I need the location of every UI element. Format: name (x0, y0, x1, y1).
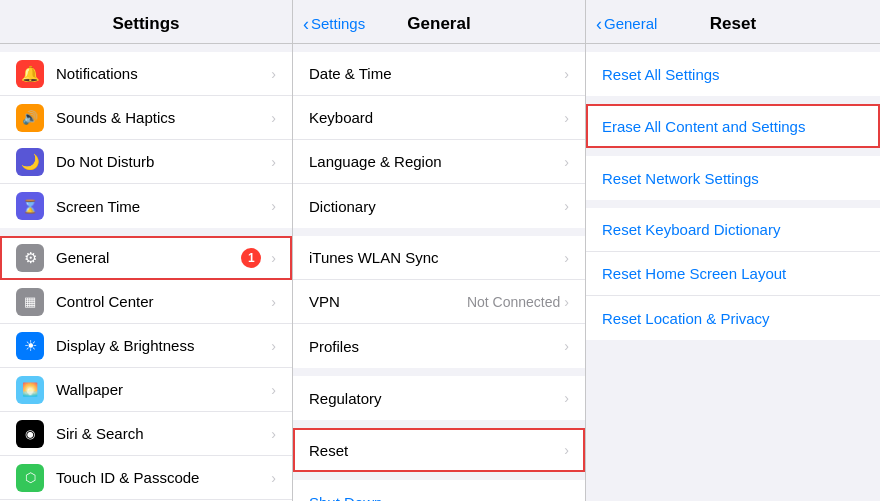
regulatory-label: Regulatory (309, 390, 564, 407)
reset-label: Reset (309, 442, 564, 459)
display-label: Display & Brightness (56, 337, 267, 354)
mid-item-regulatory[interactable]: Regulatory › (293, 376, 585, 420)
mid-back-button[interactable]: ‹ Settings (303, 15, 365, 33)
sidebar-item-dnd[interactable]: 🌙 Do Not Disturb › (0, 140, 292, 184)
chevron-right-icon: › (271, 426, 276, 442)
mid-item-datetime[interactable]: Date & Time › (293, 52, 585, 96)
right-content: Reset All Settings Erase All Content and… (586, 44, 880, 501)
mid-title: General (407, 14, 470, 34)
mid-group-1: Date & Time › Keyboard › Language & Regi… (293, 52, 585, 228)
general-icon: ⚙ (16, 244, 44, 272)
reset-network-settings[interactable]: Reset Network Settings (586, 156, 880, 200)
chevron-right-icon: › (271, 382, 276, 398)
right-group-2: Erase All Content and Settings (586, 104, 880, 148)
mid-item-language[interactable]: Language & Region › (293, 140, 585, 184)
erase-all-label: Erase All Content and Settings (602, 118, 805, 135)
sidebar-item-touchid[interactable]: ⬡ Touch ID & Passcode › (0, 456, 292, 500)
sidebar-item-screentime[interactable]: ⌛ Screen Time › (0, 184, 292, 228)
reset-home-screen[interactable]: Reset Home Screen Layout (586, 252, 880, 296)
chevron-right-icon: › (564, 294, 569, 310)
itunes-label: iTunes WLAN Sync (309, 249, 564, 266)
touchid-icon: ⬡ (16, 464, 44, 492)
right-title: Reset (710, 14, 756, 34)
mid-item-profiles[interactable]: Profiles › (293, 324, 585, 368)
sidebar-item-display[interactable]: ☀ Display & Brightness › (0, 324, 292, 368)
chevron-left-icon: ‹ (596, 15, 602, 33)
mid-column: ‹ Settings General Date & Time › Keyboar… (293, 0, 586, 501)
screentime-label: Screen Time (56, 198, 267, 215)
mid-shutdown-group: Shut Down (293, 480, 585, 501)
vpn-label: VPN (309, 293, 467, 310)
controlcenter-label: Control Center (56, 293, 267, 310)
reset-location-privacy[interactable]: Reset Location & Privacy (586, 296, 880, 340)
sidebar-item-general[interactable]: ⚙ General 1 › (0, 236, 292, 280)
display-icon: ☀ (16, 332, 44, 360)
reset-all-label: Reset All Settings (602, 66, 720, 83)
chevron-right-icon: › (564, 110, 569, 126)
screentime-icon: ⌛ (16, 192, 44, 220)
chevron-right-icon: › (271, 154, 276, 170)
chevron-right-icon: › (564, 250, 569, 266)
general-badge: 1 (241, 248, 261, 268)
vpn-value: Not Connected (467, 294, 560, 310)
language-label: Language & Region (309, 153, 564, 170)
wallpaper-label: Wallpaper (56, 381, 267, 398)
dnd-icon: 🌙 (16, 148, 44, 176)
right-back-button[interactable]: ‹ General (596, 15, 657, 33)
right-group-4: Reset Keyboard Dictionary Reset Home Scr… (586, 208, 880, 340)
chevron-right-icon: › (271, 294, 276, 310)
left-header: Settings (0, 0, 292, 44)
mid-group-2: iTunes WLAN Sync › VPN Not Connected › P… (293, 236, 585, 368)
reset-home-label: Reset Home Screen Layout (602, 265, 786, 282)
chevron-right-icon: › (271, 66, 276, 82)
sidebar-item-controlcenter[interactable]: ▦ Control Center › (0, 280, 292, 324)
reset-all-settings[interactable]: Reset All Settings (586, 52, 880, 96)
sidebar-item-sounds[interactable]: 🔊 Sounds & Haptics › (0, 96, 292, 140)
chevron-right-icon: › (271, 110, 276, 126)
chevron-left-icon: ‹ (303, 15, 309, 33)
chevron-right-icon: › (271, 250, 276, 266)
sidebar-item-notifications[interactable]: 🔔 Notifications › (0, 52, 292, 96)
dictionary-label: Dictionary (309, 198, 564, 215)
mid-item-itunes[interactable]: iTunes WLAN Sync › (293, 236, 585, 280)
shutdown-label: Shut Down (309, 494, 382, 502)
notifications-icon: 🔔 (16, 60, 44, 88)
dnd-label: Do Not Disturb (56, 153, 267, 170)
right-column: ‹ General Reset Reset All Settings Erase… (586, 0, 880, 501)
left-title: Settings (112, 14, 179, 34)
reset-network-label: Reset Network Settings (602, 170, 759, 187)
chevron-right-icon: › (564, 338, 569, 354)
chevron-right-icon: › (564, 198, 569, 214)
right-group-3: Reset Network Settings (586, 156, 880, 200)
profiles-label: Profiles (309, 338, 564, 355)
reset-keyboard-dictionary[interactable]: Reset Keyboard Dictionary (586, 208, 880, 252)
mid-content: Date & Time › Keyboard › Language & Regi… (293, 44, 585, 501)
left-content: 🔔 Notifications › 🔊 Sounds & Haptics › 🌙… (0, 44, 292, 501)
sounds-label: Sounds & Haptics (56, 109, 267, 126)
left-column: Settings 🔔 Notifications › 🔊 Sounds & Ha… (0, 0, 293, 501)
mid-item-vpn[interactable]: VPN Not Connected › (293, 280, 585, 324)
mid-item-dictionary[interactable]: Dictionary › (293, 184, 585, 228)
touchid-label: Touch ID & Passcode (56, 469, 267, 486)
keyboard-label: Keyboard (309, 109, 564, 126)
chevron-right-icon: › (271, 338, 276, 354)
wallpaper-icon: 🌅 (16, 376, 44, 404)
erase-all-content[interactable]: Erase All Content and Settings (586, 104, 880, 148)
left-group-2: ⚙ General 1 › ▦ Control Center › ☀ Displ… (0, 236, 292, 501)
mid-item-keyboard[interactable]: Keyboard › (293, 96, 585, 140)
siri-label: Siri & Search (56, 425, 267, 442)
right-back-label: General (604, 15, 657, 32)
mid-item-reset[interactable]: Reset › (293, 428, 585, 472)
controlcenter-icon: ▦ (16, 288, 44, 316)
chevron-right-icon: › (271, 470, 276, 486)
left-group-1: 🔔 Notifications › 🔊 Sounds & Haptics › 🌙… (0, 52, 292, 228)
mid-item-shutdown[interactable]: Shut Down (293, 480, 585, 501)
chevron-right-icon: › (564, 442, 569, 458)
datetime-label: Date & Time (309, 65, 564, 82)
mid-back-label: Settings (311, 15, 365, 32)
sidebar-item-wallpaper[interactable]: 🌅 Wallpaper › (0, 368, 292, 412)
chevron-right-icon: › (564, 66, 569, 82)
sidebar-item-siri[interactable]: ◉ Siri & Search › (0, 412, 292, 456)
notifications-label: Notifications (56, 65, 267, 82)
siri-icon: ◉ (16, 420, 44, 448)
